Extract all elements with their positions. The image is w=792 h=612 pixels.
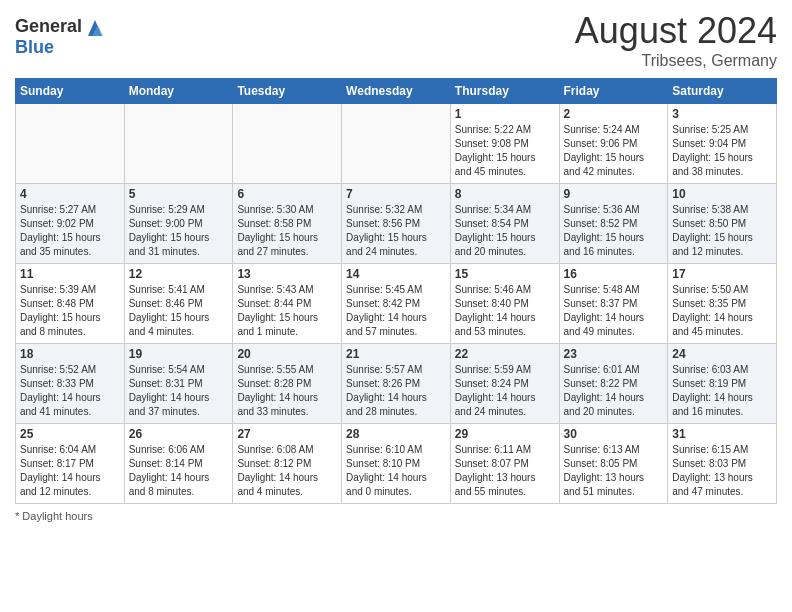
calendar-cell: 10Sunrise: 5:38 AMSunset: 8:50 PMDayligh…	[668, 184, 777, 264]
calendar-cell: 24Sunrise: 6:03 AMSunset: 8:19 PMDayligh…	[668, 344, 777, 424]
calendar-cell	[16, 104, 125, 184]
calendar-cell: 14Sunrise: 5:45 AMSunset: 8:42 PMDayligh…	[342, 264, 451, 344]
day-number: 16	[564, 267, 664, 281]
week-row-4: 18Sunrise: 5:52 AMSunset: 8:33 PMDayligh…	[16, 344, 777, 424]
calendar-cell: 30Sunrise: 6:13 AMSunset: 8:05 PMDayligh…	[559, 424, 668, 504]
day-info: Sunrise: 5:25 AMSunset: 9:04 PMDaylight:…	[672, 123, 772, 179]
day-info: Sunrise: 5:55 AMSunset: 8:28 PMDaylight:…	[237, 363, 337, 419]
logo: General Blue	[15, 16, 106, 58]
location-subtitle: Tribsees, Germany	[575, 52, 777, 70]
day-number: 11	[20, 267, 120, 281]
day-number: 8	[455, 187, 555, 201]
day-number: 10	[672, 187, 772, 201]
day-info: Sunrise: 5:38 AMSunset: 8:50 PMDaylight:…	[672, 203, 772, 259]
calendar-cell: 22Sunrise: 5:59 AMSunset: 8:24 PMDayligh…	[450, 344, 559, 424]
footer-note-text: Daylight hours	[22, 510, 92, 522]
day-number: 1	[455, 107, 555, 121]
day-number: 12	[129, 267, 229, 281]
day-number: 21	[346, 347, 446, 361]
day-info: Sunrise: 5:24 AMSunset: 9:06 PMDaylight:…	[564, 123, 664, 179]
calendar-cell: 7Sunrise: 5:32 AMSunset: 8:56 PMDaylight…	[342, 184, 451, 264]
day-info: Sunrise: 6:10 AMSunset: 8:10 PMDaylight:…	[346, 443, 446, 499]
logo-icon	[84, 16, 106, 38]
day-info: Sunrise: 5:32 AMSunset: 8:56 PMDaylight:…	[346, 203, 446, 259]
calendar-cell	[124, 104, 233, 184]
day-number: 18	[20, 347, 120, 361]
week-row-2: 4Sunrise: 5:27 AMSunset: 9:02 PMDaylight…	[16, 184, 777, 264]
col-header-tuesday: Tuesday	[233, 79, 342, 104]
col-header-friday: Friday	[559, 79, 668, 104]
header-row: SundayMondayTuesdayWednesdayThursdayFrid…	[16, 79, 777, 104]
calendar-cell: 9Sunrise: 5:36 AMSunset: 8:52 PMDaylight…	[559, 184, 668, 264]
page-header: General Blue August 2024 Tribsees, Germa…	[15, 10, 777, 70]
calendar-cell: 11Sunrise: 5:39 AMSunset: 8:48 PMDayligh…	[16, 264, 125, 344]
logo-blue: Blue	[15, 38, 106, 58]
col-header-saturday: Saturday	[668, 79, 777, 104]
day-info: Sunrise: 6:03 AMSunset: 8:19 PMDaylight:…	[672, 363, 772, 419]
day-number: 24	[672, 347, 772, 361]
logo-general: General	[15, 17, 82, 37]
day-number: 31	[672, 427, 772, 441]
day-number: 28	[346, 427, 446, 441]
day-info: Sunrise: 5:57 AMSunset: 8:26 PMDaylight:…	[346, 363, 446, 419]
calendar-cell: 31Sunrise: 6:15 AMSunset: 8:03 PMDayligh…	[668, 424, 777, 504]
day-number: 2	[564, 107, 664, 121]
calendar-cell: 25Sunrise: 6:04 AMSunset: 8:17 PMDayligh…	[16, 424, 125, 504]
day-info: Sunrise: 5:52 AMSunset: 8:33 PMDaylight:…	[20, 363, 120, 419]
calendar-cell: 21Sunrise: 5:57 AMSunset: 8:26 PMDayligh…	[342, 344, 451, 424]
day-number: 7	[346, 187, 446, 201]
title-area: August 2024 Tribsees, Germany	[575, 10, 777, 70]
day-number: 29	[455, 427, 555, 441]
calendar-cell: 18Sunrise: 5:52 AMSunset: 8:33 PMDayligh…	[16, 344, 125, 424]
day-info: Sunrise: 6:04 AMSunset: 8:17 PMDaylight:…	[20, 443, 120, 499]
day-number: 15	[455, 267, 555, 281]
day-number: 25	[20, 427, 120, 441]
day-number: 14	[346, 267, 446, 281]
day-info: Sunrise: 5:27 AMSunset: 9:02 PMDaylight:…	[20, 203, 120, 259]
day-info: Sunrise: 5:41 AMSunset: 8:46 PMDaylight:…	[129, 283, 229, 339]
footer-note: * Daylight hours	[15, 510, 777, 522]
calendar-cell	[233, 104, 342, 184]
col-header-sunday: Sunday	[16, 79, 125, 104]
calendar-cell: 27Sunrise: 6:08 AMSunset: 8:12 PMDayligh…	[233, 424, 342, 504]
day-number: 20	[237, 347, 337, 361]
month-year-title: August 2024	[575, 10, 777, 52]
day-number: 3	[672, 107, 772, 121]
day-info: Sunrise: 5:50 AMSunset: 8:35 PMDaylight:…	[672, 283, 772, 339]
day-number: 17	[672, 267, 772, 281]
calendar-cell: 17Sunrise: 5:50 AMSunset: 8:35 PMDayligh…	[668, 264, 777, 344]
calendar-cell: 23Sunrise: 6:01 AMSunset: 8:22 PMDayligh…	[559, 344, 668, 424]
day-info: Sunrise: 5:54 AMSunset: 8:31 PMDaylight:…	[129, 363, 229, 419]
day-number: 19	[129, 347, 229, 361]
day-number: 22	[455, 347, 555, 361]
day-info: Sunrise: 6:06 AMSunset: 8:14 PMDaylight:…	[129, 443, 229, 499]
calendar-cell: 4Sunrise: 5:27 AMSunset: 9:02 PMDaylight…	[16, 184, 125, 264]
calendar-cell: 28Sunrise: 6:10 AMSunset: 8:10 PMDayligh…	[342, 424, 451, 504]
calendar-cell: 19Sunrise: 5:54 AMSunset: 8:31 PMDayligh…	[124, 344, 233, 424]
day-info: Sunrise: 5:22 AMSunset: 9:08 PMDaylight:…	[455, 123, 555, 179]
calendar-cell: 13Sunrise: 5:43 AMSunset: 8:44 PMDayligh…	[233, 264, 342, 344]
day-number: 13	[237, 267, 337, 281]
day-info: Sunrise: 5:48 AMSunset: 8:37 PMDaylight:…	[564, 283, 664, 339]
day-info: Sunrise: 6:01 AMSunset: 8:22 PMDaylight:…	[564, 363, 664, 419]
day-info: Sunrise: 5:34 AMSunset: 8:54 PMDaylight:…	[455, 203, 555, 259]
calendar-cell: 26Sunrise: 6:06 AMSunset: 8:14 PMDayligh…	[124, 424, 233, 504]
calendar-cell: 3Sunrise: 5:25 AMSunset: 9:04 PMDaylight…	[668, 104, 777, 184]
col-header-wednesday: Wednesday	[342, 79, 451, 104]
day-number: 26	[129, 427, 229, 441]
calendar-cell: 29Sunrise: 6:11 AMSunset: 8:07 PMDayligh…	[450, 424, 559, 504]
day-number: 5	[129, 187, 229, 201]
week-row-5: 25Sunrise: 6:04 AMSunset: 8:17 PMDayligh…	[16, 424, 777, 504]
calendar-cell: 8Sunrise: 5:34 AMSunset: 8:54 PMDaylight…	[450, 184, 559, 264]
day-number: 6	[237, 187, 337, 201]
calendar-cell	[342, 104, 451, 184]
day-number: 30	[564, 427, 664, 441]
day-number: 27	[237, 427, 337, 441]
calendar-cell: 5Sunrise: 5:29 AMSunset: 9:00 PMDaylight…	[124, 184, 233, 264]
calendar-cell: 6Sunrise: 5:30 AMSunset: 8:58 PMDaylight…	[233, 184, 342, 264]
day-info: Sunrise: 5:43 AMSunset: 8:44 PMDaylight:…	[237, 283, 337, 339]
week-row-3: 11Sunrise: 5:39 AMSunset: 8:48 PMDayligh…	[16, 264, 777, 344]
calendar-cell: 1Sunrise: 5:22 AMSunset: 9:08 PMDaylight…	[450, 104, 559, 184]
calendar-cell: 20Sunrise: 5:55 AMSunset: 8:28 PMDayligh…	[233, 344, 342, 424]
day-info: Sunrise: 5:39 AMSunset: 8:48 PMDaylight:…	[20, 283, 120, 339]
